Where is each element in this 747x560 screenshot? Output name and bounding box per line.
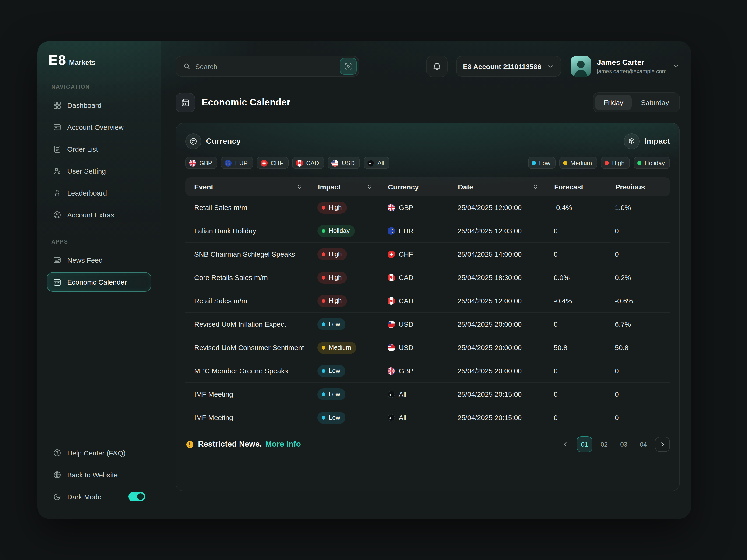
sidebar-item-help-center-f-q[interactable]: Help Center (F&Q) [47,443,151,462]
pagination-page-02[interactable]: 02 [596,436,612,452]
leaderboard-icon [53,188,61,197]
scan-button[interactable] [340,58,357,75]
sidebar-item-label: Order List [67,145,98,153]
pagination-page-03[interactable]: 03 [616,436,632,452]
cell-previous: 0.2% [606,273,670,282]
sidebar-item-economc-calender[interactable]: Economc Calender [47,272,151,292]
impact-dot [322,369,326,373]
user-circle-icon [53,210,61,219]
sidebar-item-label: Account Extras [67,211,114,219]
card-footer: Restricted News. More Info 01020304 [185,436,670,452]
sidebar-item-leaderboard[interactable]: Leaderboard [47,183,151,203]
impact-badge-low: Low [317,318,345,330]
cell-event: MPC Member Greene Speaks [185,367,309,375]
currency-chip-eur[interactable]: EUR [221,157,253,169]
sort-icon[interactable] [295,183,303,190]
table-row: IMF MeetingLowAll25/04/2025 20:15:0000 [185,383,670,406]
cell-previous: 6.7% [606,320,670,328]
tab-friday[interactable]: Friday [595,95,632,110]
sidebar-item-news-feed[interactable]: News Feed [47,250,151,270]
impact-label: Impact [644,137,670,146]
cell-previous: 0 [606,414,670,421]
sort-icon[interactable] [365,183,373,190]
sidebar-footer-list: Help Center (F&Q)Back to WebsiteDark Mod… [47,443,151,509]
cell-date: 25/04/2025 20:00:00 [449,320,545,328]
sidebar-item-account-overview[interactable]: Account Overview [47,117,151,137]
dark-mode-toggle[interactable] [128,492,145,501]
currency-chip-chf[interactable]: CHF [257,157,288,169]
sidebar-item-order-list[interactable]: Order List [47,139,151,159]
impact-dot [322,299,326,303]
impact-chip-low[interactable]: Low [528,157,556,169]
search-icon [183,62,191,71]
impact-badge-label: Holiday [329,227,350,234]
cell-previous: 0 [606,250,670,258]
impact-chip-medium[interactable]: Medium [559,157,597,169]
impact-chip-label: High [612,159,625,166]
currency-chip-gbp[interactable]: GBP [185,157,217,169]
impact-badge-label: High [329,297,342,304]
sidebar-item-back-to-website[interactable]: Back to Website [47,465,151,484]
currency-label: Currency [206,137,241,146]
cell-date: 25/04/2025 12:00:00 [449,297,545,305]
toggle-knob [137,493,144,500]
cell-forecast: -0.4% [545,204,606,211]
column-header-label: Forecast [554,183,583,191]
pagination-prev-button[interactable] [558,437,573,452]
pagination-page-04[interactable]: 04 [636,436,651,452]
chevron-left-icon [562,441,569,448]
sidebar-item-account-extras[interactable]: Account Extras [47,205,151,224]
cell-impact: Medium [309,341,379,353]
list-icon [53,144,61,153]
column-header-impact: Impact [309,177,379,196]
impact-chip-high[interactable]: High [601,157,630,169]
cell-impact: Low [309,318,379,330]
sidebar-item-user-setting[interactable]: User Setting [47,161,151,181]
table-body: Retail Sales m/mHighGBP25/04/2025 12:00:… [185,196,670,429]
sidebar-item-dashboard[interactable]: Dashboard [47,95,151,115]
cell-currency: EUR [379,227,449,235]
table-row: Italian Bank HolidayHolidayEUR25/04/2025… [185,219,670,243]
currency-chip-usd[interactable]: USD [328,157,360,169]
pagination-page-01[interactable]: 01 [576,436,592,452]
account-selector[interactable]: E8 Account 2110113586 [456,56,561,77]
cell-currency: All [379,414,449,421]
impact-dot [637,161,641,165]
currency-chip-label: CAD [306,159,319,166]
cell-impact: High [309,248,379,260]
tab-saturday[interactable]: Saturday [633,95,677,110]
impact-chip-label: Medium [570,159,592,166]
brand-name: E8 [49,52,66,68]
flag-all-icon [387,414,395,421]
currency-code: GBP [399,204,413,211]
more-info-link[interactable]: More Info [265,439,301,449]
impact-badge-high: High [317,295,347,307]
impact-dot [322,252,326,256]
notifications-button[interactable] [426,56,447,77]
flag-cad-icon [387,297,395,304]
impact-header: Impact [624,133,670,149]
search-input[interactable] [195,62,336,70]
sidebar-item-dark-mode[interactable]: Dark Mode [47,487,151,506]
user-name: James Carter [597,58,667,67]
impact-chip-holiday[interactable]: Holiday [633,157,670,169]
currency-chip-all[interactable]: All [363,157,389,169]
cell-currency: CAD [379,273,449,282]
sidebar: E8 Markets NAVIGATION DashboardAccount O… [37,41,161,519]
impact-icon [627,137,636,145]
brand-logo: E8 Markets [47,52,151,68]
sidebar-item-label: User Setting [67,167,106,175]
cell-forecast: 0 [545,320,606,328]
news-icon [53,256,61,264]
currency-chip-label: GBP [199,159,212,166]
impact-badge-high: High [317,271,347,284]
pagination-next-button[interactable] [655,437,670,452]
currency-code: CHF [399,250,413,258]
currency-exchange-icon [189,137,198,145]
sort-icon[interactable] [532,183,539,190]
flag-usd-icon [332,159,338,166]
currency-chip-cad[interactable]: CAD [292,157,324,169]
scan-icon [344,62,353,71]
globe-icon [53,470,61,479]
user-menu[interactable]: James Carter james.carter@example.com [571,56,680,77]
